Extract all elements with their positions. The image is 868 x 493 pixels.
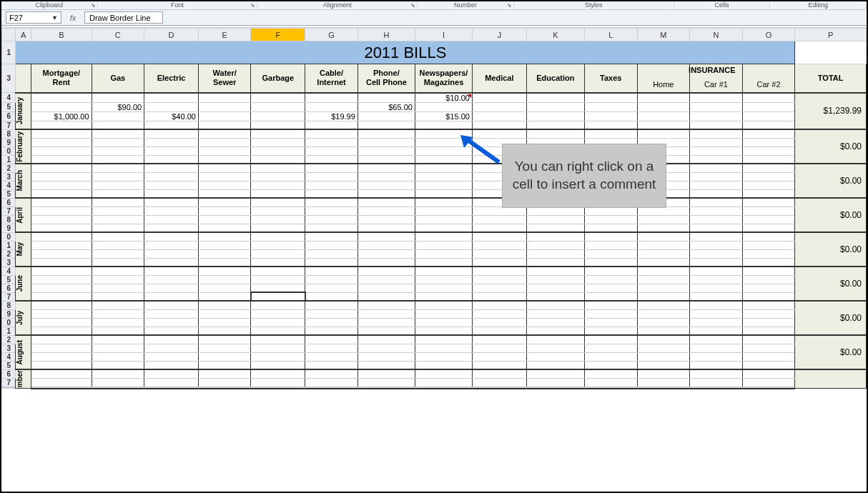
col-N[interactable]: N [690,29,743,41]
total-March[interactable]: $0.00 [795,164,867,198]
row-header[interactable]: 6 [2,198,16,206]
row-header[interactable]: 8 [2,301,16,309]
header-garbage[interactable]: Garbage [251,64,305,93]
row-header[interactable]: 5 [2,361,16,369]
row-header[interactable]: 9 [2,309,16,318]
total-July[interactable]: $0.00 [795,301,867,335]
row-header[interactable]: 8 [2,129,16,138]
row-header[interactable]: 5 [2,189,16,198]
cell-news2[interactable]: $15.00 [415,111,472,121]
column-headers[interactable]: A B C D E F G H I J K L M N O P [2,29,867,41]
row-header[interactable]: 2 [2,249,16,258]
cell-gas[interactable]: $90.00 [92,102,144,111]
name-box[interactable]: F27 ▼ [6,11,61,24]
month-january[interactable]: January [16,93,31,130]
cell-cable[interactable]: $19.99 [305,111,358,121]
row-header[interactable]: 0 [2,318,16,327]
row-header[interactable]: 9 [2,138,16,146]
row-header[interactable]: 4 [2,352,16,361]
row-header[interactable]: 8 [2,215,16,224]
selected-cell[interactable] [251,292,305,301]
col-C[interactable]: C [92,29,144,41]
month-February[interactable]: February [16,129,31,164]
col-O[interactable]: O [742,29,795,41]
row-header[interactable]: 9 [2,224,16,232]
row-header[interactable]: 1 [2,241,16,249]
total-May[interactable]: $0.00 [795,232,867,267]
total-April[interactable]: $0.00 [795,198,867,232]
header-home[interactable]: INSURANCE Home [637,64,690,93]
header-total[interactable]: TOTAL [795,64,867,93]
row-header[interactable]: 2 [2,335,16,344]
fx-icon[interactable]: fx [64,14,82,22]
select-all-corner[interactable] [2,29,16,41]
cell-electric[interactable]: $40.00 [144,111,199,121]
header-news[interactable]: Newspapers/ Magazines [415,64,472,93]
row-header[interactable]: 1 [2,327,16,335]
cell-mortgage[interactable]: $1,000.00 [31,111,92,121]
row-header[interactable] [2,387,16,389]
total-jan[interactable]: $1,239.99 [795,93,867,130]
launcher-icon[interactable]: ⬊ [250,2,255,9]
col-J[interactable]: J [473,29,527,41]
row-header[interactable]: 6 [2,284,16,292]
col-I[interactable]: I [415,29,472,41]
row-header[interactable]: 7 [2,292,16,301]
header-medical[interactable]: Medical [473,64,527,93]
comment-marker-icon[interactable] [468,94,471,98]
header-taxes[interactable]: Taxes [584,64,637,93]
row-header[interactable]: 7 [2,206,16,215]
header-cable[interactable]: Cable/ Internet [305,64,358,93]
launcher-icon[interactable]: ⬊ [410,2,415,9]
header-phone[interactable]: Phone/ Cell Phone [357,64,415,93]
launcher-icon[interactable]: ⬊ [507,2,512,9]
row-header[interactable]: 5 [2,275,16,284]
header-water[interactable]: Water/ Sewer [198,64,251,93]
col-D[interactable]: D [144,29,199,41]
row-header[interactable]: 4 [2,267,16,275]
row-header[interactable]: 5 [2,102,16,111]
col-F[interactable]: F [251,29,305,41]
col-A[interactable]: A [16,29,31,41]
col-P[interactable]: P [795,29,867,41]
row-header[interactable]: 3 [2,344,16,352]
header-mortgage[interactable]: Mortgage/ Rent [31,64,92,93]
spreadsheet-grid[interactable]: A B C D E F G H I J K L M N O P 1 2011 B… [1,28,867,492]
row-header[interactable]: 0 [2,146,16,155]
col-L[interactable]: L [584,29,637,41]
col-E[interactable]: E [198,29,251,41]
row-header[interactable]: 6 [2,111,16,121]
col-M[interactable]: M [637,29,690,41]
total-February[interactable]: $0.00 [795,129,867,164]
row-header[interactable]: 0 [2,232,16,241]
col-H[interactable]: H [357,29,415,41]
col-K[interactable]: K [526,29,584,41]
formula-input[interactable]: Draw Border Line [84,11,163,24]
row-header[interactable]: 1 [2,41,16,64]
header-electric[interactable]: Electric [144,64,199,93]
row-header[interactable]: 2 [2,164,16,172]
row-header[interactable]: 4 [2,93,16,103]
row-header[interactable]: 3 [2,64,16,93]
row-header[interactable]: 3 [2,172,16,181]
col-B[interactable]: B [31,29,92,41]
cell-phone[interactable]: $65.00 [357,102,415,111]
launcher-icon[interactable]: ⬊ [91,2,96,9]
title-banner[interactable]: 2011 BILLS [16,41,795,64]
row-header[interactable]: 4 [2,181,16,189]
row-header[interactable]: 1 [2,155,16,164]
col-G[interactable]: G [305,29,358,41]
row-header[interactable]: 7 [2,378,16,387]
total-June[interactable]: $0.00 [795,267,867,301]
month-March[interactable]: March [16,164,31,198]
row-header[interactable]: 7 [2,121,16,129]
dropdown-icon[interactable]: ▼ [51,14,58,21]
month-July[interactable]: July [16,301,31,335]
cell-news1[interactable]: $10.00 [415,93,472,103]
header-gas[interactable]: Gas [92,64,144,93]
month-August[interactable]: August [16,335,31,369]
row-header[interactable]: 6 [2,369,16,378]
month-May[interactable]: May [16,232,31,267]
month-June[interactable]: June [16,267,31,301]
month-April[interactable]: April [16,198,31,232]
